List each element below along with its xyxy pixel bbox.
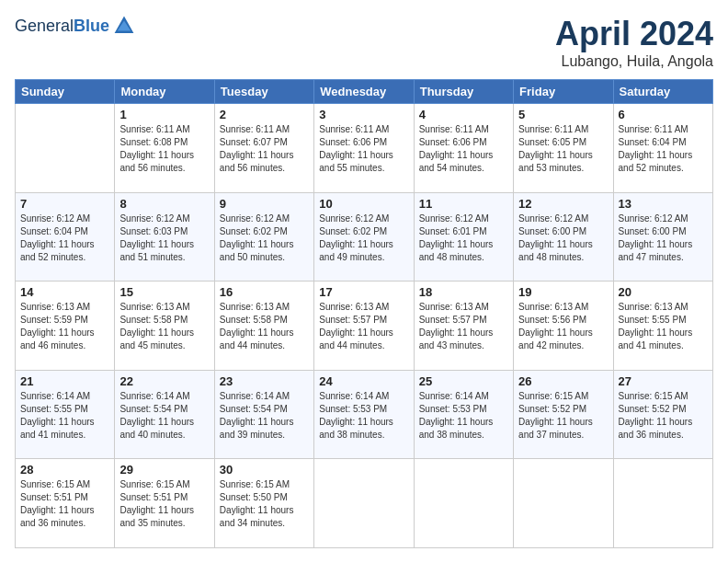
calendar-cell: 15Sunrise: 6:13 AM Sunset: 5:58 PM Dayli…	[115, 282, 214, 371]
calendar-cell: 30Sunrise: 6:15 AM Sunset: 5:50 PM Dayli…	[214, 459, 313, 548]
calendar-header-thursday: Thursday	[414, 80, 513, 104]
day-info: Sunrise: 6:13 AM Sunset: 5:58 PM Dayligh…	[119, 301, 209, 352]
calendar-header-sunday: Sunday	[16, 80, 115, 104]
calendar-cell: 21Sunrise: 6:14 AM Sunset: 5:55 PM Dayli…	[16, 370, 115, 459]
calendar-cell: 26Sunrise: 6:15 AM Sunset: 5:52 PM Dayli…	[514, 370, 613, 459]
calendar-cell: 2Sunrise: 6:11 AM Sunset: 6:07 PM Daylig…	[214, 104, 313, 193]
month-title: April 2024	[555, 15, 713, 53]
calendar-cell	[613, 459, 712, 548]
calendar-cell: 6Sunrise: 6:11 AM Sunset: 6:04 PM Daylig…	[613, 104, 712, 193]
day-info: Sunrise: 6:12 AM Sunset: 6:01 PM Dayligh…	[419, 213, 508, 264]
logo-general-text: GeneralBlue	[15, 17, 109, 36]
day-info: Sunrise: 6:12 AM Sunset: 6:03 PM Dayligh…	[119, 213, 209, 264]
logo-icon	[113, 15, 135, 37]
day-number: 26	[518, 374, 608, 388]
calendar-header-friday: Friday	[514, 80, 613, 104]
calendar-cell: 11Sunrise: 6:12 AM Sunset: 6:01 PM Dayli…	[414, 192, 513, 282]
calendar-cell: 25Sunrise: 6:14 AM Sunset: 5:53 PM Dayli…	[414, 370, 513, 459]
calendar-cell: 23Sunrise: 6:14 AM Sunset: 5:54 PM Dayli…	[214, 370, 313, 459]
calendar-cell: 27Sunrise: 6:15 AM Sunset: 5:52 PM Dayli…	[613, 370, 712, 459]
calendar-cell: 12Sunrise: 6:12 AM Sunset: 6:00 PM Dayli…	[514, 192, 613, 282]
day-number: 25	[419, 374, 508, 388]
calendar-week-row: 14Sunrise: 6:13 AM Sunset: 5:59 PM Dayli…	[16, 282, 713, 371]
day-number: 24	[319, 374, 408, 388]
day-number: 9	[220, 197, 309, 211]
day-info: Sunrise: 6:11 AM Sunset: 6:06 PM Dayligh…	[319, 123, 408, 175]
day-info: Sunrise: 6:14 AM Sunset: 5:54 PM Dayligh…	[119, 390, 209, 442]
calendar-cell: 3Sunrise: 6:11 AM Sunset: 6:06 PM Daylig…	[314, 104, 414, 193]
day-number: 28	[20, 463, 109, 477]
calendar-cell: 14Sunrise: 6:13 AM Sunset: 5:59 PM Dayli…	[16, 282, 115, 371]
calendar-cell: 16Sunrise: 6:13 AM Sunset: 5:58 PM Dayli…	[214, 282, 313, 371]
day-info: Sunrise: 6:13 AM Sunset: 5:57 PM Dayligh…	[419, 301, 508, 352]
calendar-week-row: 1Sunrise: 6:11 AM Sunset: 6:08 PM Daylig…	[16, 104, 713, 193]
calendar-cell: 8Sunrise: 6:12 AM Sunset: 6:03 PM Daylig…	[115, 192, 214, 282]
logo: GeneralBlue	[15, 15, 135, 37]
day-info: Sunrise: 6:13 AM Sunset: 5:56 PM Dayligh…	[518, 301, 608, 352]
day-number: 2	[220, 108, 309, 121]
calendar-header-tuesday: Tuesday	[214, 80, 313, 104]
calendar-cell: 17Sunrise: 6:13 AM Sunset: 5:57 PM Dayli…	[314, 282, 414, 371]
calendar-header-wednesday: Wednesday	[314, 80, 414, 104]
day-number: 29	[119, 463, 209, 477]
day-number: 20	[619, 285, 708, 299]
day-info: Sunrise: 6:12 AM Sunset: 6:00 PM Dayligh…	[619, 213, 708, 264]
calendar-cell: 1Sunrise: 6:11 AM Sunset: 6:08 PM Daylig…	[115, 104, 214, 193]
day-info: Sunrise: 6:11 AM Sunset: 6:05 PM Dayligh…	[518, 123, 608, 175]
calendar-cell: 29Sunrise: 6:15 AM Sunset: 5:51 PM Dayli…	[115, 459, 214, 548]
day-info: Sunrise: 6:11 AM Sunset: 6:04 PM Dayligh…	[619, 123, 708, 175]
calendar-cell: 4Sunrise: 6:11 AM Sunset: 6:06 PM Daylig…	[414, 104, 513, 193]
day-number: 12	[518, 197, 608, 211]
day-info: Sunrise: 6:15 AM Sunset: 5:50 PM Dayligh…	[220, 478, 309, 530]
calendar-week-row: 28Sunrise: 6:15 AM Sunset: 5:51 PM Dayli…	[16, 459, 713, 548]
day-info: Sunrise: 6:13 AM Sunset: 5:58 PM Dayligh…	[220, 301, 309, 352]
day-info: Sunrise: 6:11 AM Sunset: 6:08 PM Dayligh…	[119, 123, 209, 175]
calendar-cell: 19Sunrise: 6:13 AM Sunset: 5:56 PM Dayli…	[514, 282, 613, 371]
title-section: April 2024 Lubango, Huila, Angola	[555, 15, 713, 70]
calendar-week-row: 21Sunrise: 6:14 AM Sunset: 5:55 PM Dayli…	[16, 370, 713, 459]
day-number: 4	[419, 108, 508, 121]
day-info: Sunrise: 6:13 AM Sunset: 5:59 PM Dayligh…	[20, 301, 109, 352]
calendar-header-saturday: Saturday	[613, 80, 712, 104]
calendar-cell: 13Sunrise: 6:12 AM Sunset: 6:00 PM Dayli…	[613, 192, 712, 282]
day-info: Sunrise: 6:11 AM Sunset: 6:06 PM Dayligh…	[419, 123, 508, 175]
day-number: 3	[319, 108, 408, 121]
day-number: 13	[619, 197, 708, 211]
day-number: 18	[419, 285, 508, 299]
calendar-cell	[16, 104, 115, 193]
day-info: Sunrise: 6:15 AM Sunset: 5:51 PM Dayligh…	[119, 478, 209, 530]
day-number: 19	[518, 285, 608, 299]
location: Lubango, Huila, Angola	[555, 53, 713, 70]
day-number: 5	[518, 108, 608, 121]
day-number: 11	[419, 197, 508, 211]
day-info: Sunrise: 6:14 AM Sunset: 5:53 PM Dayligh…	[419, 390, 508, 442]
day-number: 21	[20, 374, 109, 388]
calendar-week-row: 7Sunrise: 6:12 AM Sunset: 6:04 PM Daylig…	[16, 192, 713, 282]
day-number: 6	[619, 108, 708, 121]
day-info: Sunrise: 6:11 AM Sunset: 6:07 PM Dayligh…	[220, 123, 309, 175]
calendar-cell: 28Sunrise: 6:15 AM Sunset: 5:51 PM Dayli…	[16, 459, 115, 548]
calendar-header-row: SundayMondayTuesdayWednesdayThursdayFrid…	[16, 80, 713, 104]
day-info: Sunrise: 6:14 AM Sunset: 5:54 PM Dayligh…	[220, 390, 309, 442]
day-number: 7	[20, 197, 109, 211]
calendar-cell: 7Sunrise: 6:12 AM Sunset: 6:04 PM Daylig…	[16, 192, 115, 282]
day-info: Sunrise: 6:14 AM Sunset: 5:53 PM Dayligh…	[319, 390, 408, 442]
calendar-cell: 20Sunrise: 6:13 AM Sunset: 5:55 PM Dayli…	[613, 282, 712, 371]
calendar-cell	[314, 459, 414, 548]
day-info: Sunrise: 6:15 AM Sunset: 5:51 PM Dayligh…	[20, 478, 109, 530]
day-number: 30	[220, 463, 309, 477]
page: GeneralBlue April 2024 Lubango, Huila, A…	[0, 0, 728, 563]
calendar-cell: 10Sunrise: 6:12 AM Sunset: 6:02 PM Dayli…	[314, 192, 414, 282]
day-info: Sunrise: 6:12 AM Sunset: 6:04 PM Dayligh…	[20, 213, 109, 264]
calendar-cell: 24Sunrise: 6:14 AM Sunset: 5:53 PM Dayli…	[314, 370, 414, 459]
calendar-table: SundayMondayTuesdayWednesdayThursdayFrid…	[15, 79, 713, 548]
calendar-header-monday: Monday	[115, 80, 214, 104]
day-info: Sunrise: 6:13 AM Sunset: 5:55 PM Dayligh…	[619, 301, 708, 352]
day-info: Sunrise: 6:12 AM Sunset: 6:02 PM Dayligh…	[319, 213, 408, 264]
day-number: 8	[119, 197, 209, 211]
day-number: 1	[119, 108, 209, 121]
day-info: Sunrise: 6:14 AM Sunset: 5:55 PM Dayligh…	[20, 390, 109, 442]
day-info: Sunrise: 6:12 AM Sunset: 6:00 PM Dayligh…	[518, 213, 608, 264]
day-info: Sunrise: 6:15 AM Sunset: 5:52 PM Dayligh…	[619, 390, 708, 442]
day-info: Sunrise: 6:15 AM Sunset: 5:52 PM Dayligh…	[518, 390, 608, 442]
